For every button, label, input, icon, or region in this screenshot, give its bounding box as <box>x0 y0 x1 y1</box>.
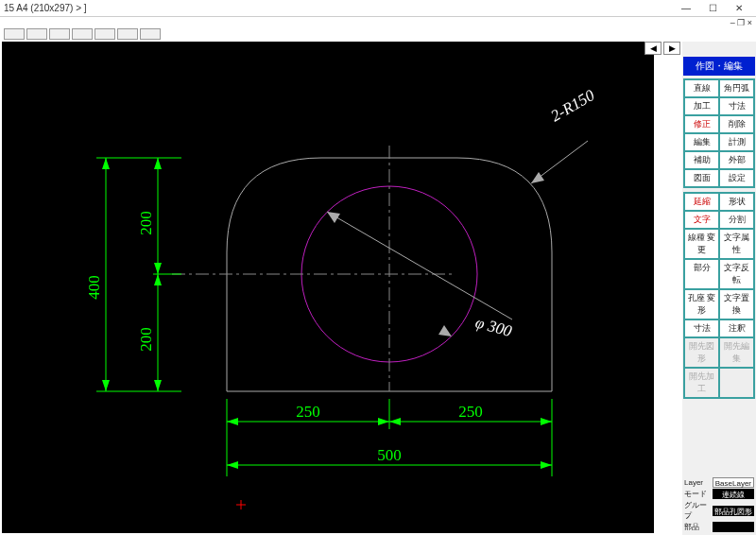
radius-label: 2-R150 <box>548 86 598 126</box>
doc-tab[interactable] <box>117 28 138 40</box>
drawing-canvas[interactable]: 400 200 200 250 250 <box>2 42 654 533</box>
tool-dim[interactable]: 寸法 <box>719 97 754 115</box>
svg-marker-21 <box>541 461 552 469</box>
tool-group-2: 延縮形状 文字分割 線種 変更文字属性 部分文字反転 孔座 変形文字置換 寸法注… <box>683 192 755 399</box>
tool-dimension[interactable]: 寸法 <box>684 319 719 337</box>
mdi-controls: – ❐ × <box>0 17 756 28</box>
tool-group-1: 直線角円弧 加工寸法 修正削除 編集計測 補助外部 図面設定 <box>683 78 755 188</box>
svg-marker-26 <box>438 325 452 337</box>
svg-marker-20 <box>227 461 238 469</box>
minimize-button[interactable]: — <box>673 2 699 15</box>
status-panel: LayerBaseLayer モード連続線 グループ部品孔図形 部品 <box>682 475 756 535</box>
doc-tab[interactable] <box>140 28 161 40</box>
doc-tab[interactable] <box>72 28 93 40</box>
nav-right-button[interactable]: ▶ <box>663 42 680 55</box>
tool-measure[interactable]: 計測 <box>719 133 754 151</box>
tool-external[interactable]: 外部 <box>719 151 754 169</box>
document-tabs <box>0 28 756 42</box>
tool-delete[interactable]: 削除 <box>719 115 754 133</box>
tool-textattr[interactable]: 文字属性 <box>719 229 754 259</box>
mode-header[interactable]: 作図・編集 <box>683 57 755 76</box>
tool-edit[interactable]: 編集 <box>684 133 719 151</box>
tool-bevel-edit: 開先編集 <box>719 337 754 368</box>
part-label: 部品 <box>684 522 713 532</box>
baselayer-label[interactable]: BaseLayer <box>713 477 754 488</box>
svg-line-24 <box>327 212 512 319</box>
svg-marker-15 <box>227 418 238 425</box>
tool-textflip[interactable]: 文字反転 <box>719 259 754 289</box>
tool-text[interactable]: 文字 <box>684 211 719 229</box>
svg-marker-9 <box>154 274 162 285</box>
dim-200b: 200 <box>137 327 155 352</box>
svg-marker-17 <box>389 418 401 425</box>
tool-extend[interactable]: 延縮 <box>684 193 719 211</box>
doc-tab[interactable] <box>49 28 70 40</box>
tool-arc[interactable]: 角円弧 <box>719 79 754 97</box>
mode-value[interactable]: 連続線 <box>713 489 754 499</box>
svg-marker-25 <box>327 212 340 223</box>
titlebar: 15 A4 (210x297) > ] — ☐ ✕ <box>0 0 756 17</box>
tool-holeseat[interactable]: 孔座 変形 <box>684 289 719 319</box>
tool-settings[interactable]: 設定 <box>719 169 754 187</box>
part-value[interactable] <box>713 522 754 532</box>
layer-label: Layer <box>684 478 713 487</box>
dim-250b: 250 <box>458 403 483 421</box>
tool-linetype[interactable]: 線種 変更 <box>684 229 719 259</box>
doc-tab[interactable] <box>94 28 115 40</box>
tool-partial[interactable]: 部分 <box>684 259 719 289</box>
tool-shape[interactable]: 形状 <box>719 193 754 211</box>
maximize-button[interactable]: ☐ <box>699 2 726 15</box>
svg-marker-7 <box>154 158 162 169</box>
tool-annotation[interactable]: 注釈 <box>719 319 754 337</box>
canvas-area: ◀ ▶ 400 <box>0 42 682 535</box>
tool-empty <box>719 368 754 398</box>
nav-left-button[interactable]: ◀ <box>644 42 662 55</box>
dim-500: 500 <box>377 446 402 464</box>
tool-panel: 作図・編集 直線角円弧 加工寸法 修正削除 編集計測 補助外部 図面設定 延縮形… <box>682 42 756 535</box>
dim-250a: 250 <box>296 403 320 421</box>
svg-marker-3 <box>102 158 110 169</box>
tool-drawing[interactable]: 図面 <box>684 169 719 187</box>
tool-split[interactable]: 分割 <box>719 211 754 229</box>
svg-marker-16 <box>378 418 389 425</box>
tool-textreplace[interactable]: 文字置換 <box>719 289 754 319</box>
doc-tab[interactable] <box>26 28 47 40</box>
tool-line[interactable]: 直線 <box>684 79 719 97</box>
svg-marker-8 <box>154 263 162 274</box>
tool-machining[interactable]: 加工 <box>684 97 719 115</box>
svg-marker-18 <box>541 418 552 425</box>
tool-bevel-shape: 開先図形 <box>684 337 719 368</box>
mdi-buttons[interactable]: – ❐ × <box>730 18 752 27</box>
svg-marker-23 <box>531 172 544 183</box>
close-button[interactable]: ✕ <box>726 2 752 15</box>
tool-aux[interactable]: 補助 <box>684 151 719 169</box>
dim-400: 400 <box>85 275 103 300</box>
group-value[interactable]: 部品孔図形 <box>713 506 754 516</box>
svg-marker-4 <box>102 380 110 391</box>
svg-marker-10 <box>154 380 162 391</box>
tool-bevel-machining: 開先加工 <box>684 368 719 398</box>
window-title: 15 A4 (210x297) > ] <box>4 3 673 13</box>
dim-200a: 200 <box>137 211 155 235</box>
tool-modify[interactable]: 修正 <box>684 115 719 133</box>
doc-tab[interactable] <box>4 28 25 40</box>
group-label: グループ <box>684 500 713 521</box>
mode-label: モード <box>684 489 713 499</box>
